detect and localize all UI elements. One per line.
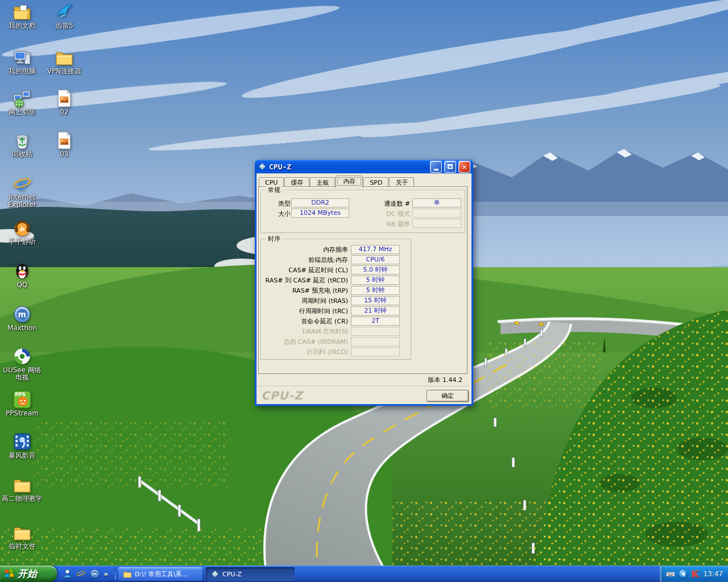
nb-frequency-value [412,219,461,228]
timing-row-tras: 周期时间 (tRAS)15 时钟 [262,296,411,306]
memory-type-value: DDR2 [291,198,349,207]
icon-label: 千千静听 [9,238,36,246]
window-title: CPU-Z [269,163,428,171]
channels-value: 单 [412,198,461,207]
my-computer-icon [13,48,32,67]
timings-groupbox: 时序 内存频率417.7 MHz 前端总线:内存CPU/6 CAS# 延迟时间 … [260,239,411,360]
icon-label: UUSee 网络电视 [1,367,43,381]
ttplayer-icon [13,218,32,238]
tab-memory[interactable]: 内存 [336,176,363,188]
version-text: 版本 1.44.2 [428,376,462,384]
taskbar: 开始 » D:\! 常用工具\系... CPU-Z K 13:47 [0,566,728,582]
icon-label: 我的电脑 [9,68,36,75]
cpuz-watermark: CPU-Z [261,389,303,402]
open-folder-icon [123,569,132,579]
ok-button[interactable]: 确定 [427,390,469,402]
memory-type-label: 类型 [268,199,291,208]
desktop-icon-temp-files-folder[interactable]: 临时文件 [1,523,43,550]
uusee-icon [13,347,32,366]
maxthon-icon[interactable] [90,569,100,579]
icon-label: QQ [17,281,28,289]
desktop-icon-ttplayer[interactable]: 千千静听 [1,218,43,246]
tray-collapse-arrow-icon[interactable] [679,569,688,578]
folder-icon [55,48,74,67]
icon-label: 高二物理教学 [2,495,43,502]
icon-label: Internet Explorer [1,194,43,209]
start-label: 开始 [18,567,37,580]
desktop-icon-maxthon[interactable]: Maxthon [1,305,43,332]
nb-frequency-label: NB 频率 [369,220,410,228]
network-places-icon [13,89,32,108]
desktop-icon-qq[interactable]: QQ [1,261,43,289]
cpuz-window: CPU-Z × CPU 缓存 主板 内存 SPD 关于 常规 类型 DDR2 大… [255,160,473,406]
internet-explorer-icon[interactable] [76,569,86,579]
icon-label: 我的文档 [9,22,36,30]
taskbar-button-cpuz[interactable]: CPU-Z [206,567,295,581]
my-documents-icon [13,2,32,22]
separator-line [258,386,470,387]
window-client-area: CPU 缓存 主板 内存 SPD 关于 常规 类型 DDR2 大小 1024 M… [257,173,471,404]
clock[interactable]: 13:47 [703,570,723,578]
recycle-bin-icon [13,131,32,150]
qq-icon [13,261,32,281]
maximize-button[interactable] [444,161,456,173]
folder-icon [13,523,32,542]
system-tray: K 13:47 [660,566,728,582]
start-button[interactable]: 开始 [0,566,57,582]
image-file-icon [55,89,74,108]
general-groupbox: 常规 类型 DDR2 大小 1024 MBytes 通道数 # 单 DC 模式 … [260,190,465,233]
desktop-icon-ppstream[interactable]: PPStream [1,390,43,417]
timing-row-ras-to-cas: RAS# 到 CAS# 延迟 (tRCD)5 时钟 [262,275,411,285]
thunder-icon [55,2,74,22]
desktop-icon-internet-explorer[interactable]: Internet Explorer [1,174,43,209]
keyboard-layout-icon[interactable] [666,569,675,579]
messenger-icon[interactable] [63,569,72,579]
quick-launch: » [59,566,116,582]
desktop-icon-network-places[interactable]: 网上邻居 [1,89,43,116]
maxthon-icon [13,305,32,324]
titlebar[interactable]: CPU-Z × [255,160,473,173]
icon-label: 迅雷5 [55,22,73,30]
dc-mode-label: DC 模式 [369,210,410,218]
quick-launch-overflow-chevron[interactable]: » [104,569,108,578]
cpuz-icon [210,569,220,579]
minimize-button[interactable] [430,161,442,173]
timing-row-ras-precharge: RAS# 预充电 (tRP)5 时钟 [262,285,411,296]
icon-label: 02 [60,109,68,116]
icon-label: 暴风影音 [9,452,36,459]
timing-row-fsb-dram: 前端总线:内存CPU/6 [262,255,411,265]
cpuz-app-icon [258,162,267,171]
timing-row-row-to-column: 行到列 (tRCD) [262,347,411,357]
timing-row-trc: 行周期时间 (tRC)21 时钟 [262,306,411,316]
desktop-icon-vpn-folder[interactable]: VPN连接器 [43,48,85,75]
timings-rows: 内存频率417.7 MHz 前端总线:内存CPU/6 CAS# 延迟时间 (CL… [262,244,411,357]
taskbar-button-explorer-window[interactable]: D:\! 常用工具\系... [118,567,202,581]
icon-label: 网上邻居 [9,109,36,116]
general-group-title: 常规 [266,186,283,194]
icon-label: 03 [60,151,68,158]
icon-label: PPStream [6,410,39,417]
icon-label: 回收站 [12,151,32,158]
desktop-icon-my-documents[interactable]: 我的文档 [1,2,43,30]
desktop-icon-thunder5[interactable]: 迅雷5 [43,2,85,30]
timing-row-total-cas: 总的 CAS# (tRDRAM) [262,336,411,347]
desktop-icon-recycle-bin[interactable]: 回收站 [1,131,43,158]
ppstream-icon [13,390,32,409]
channels-label: 通道数 # [369,199,410,208]
desktop-icon-physics-folder[interactable]: 高二物理教学 [1,475,43,502]
timing-row-dram-idle: DRAM 空闲时间 [262,326,411,336]
timing-row-command-rate: 首命令延迟 (CR)2T [262,316,411,326]
memory-size-label: 大小 [268,210,291,218]
desktop-icon-uusee[interactable]: UUSee 网络电视 [1,347,43,381]
kaspersky-icon[interactable]: K [691,569,698,579]
taskbar-divider [115,568,116,580]
close-button[interactable]: × [458,161,470,173]
desktop-icon-my-computer[interactable]: 我的电脑 [1,48,43,75]
icon-label: 临时文件 [9,543,36,550]
timing-row-cas-latency: CAS# 延迟时间 (CL)5.0 时钟 [262,265,411,275]
internet-explorer-icon [13,174,32,193]
desktop-icon-storm-player[interactable]: 暴风影音 [1,432,43,459]
desktop-icon-image-03[interactable]: 03 [43,131,85,158]
timings-group-title: 时序 [266,235,283,243]
desktop-icon-image-02[interactable]: 02 [43,89,85,116]
